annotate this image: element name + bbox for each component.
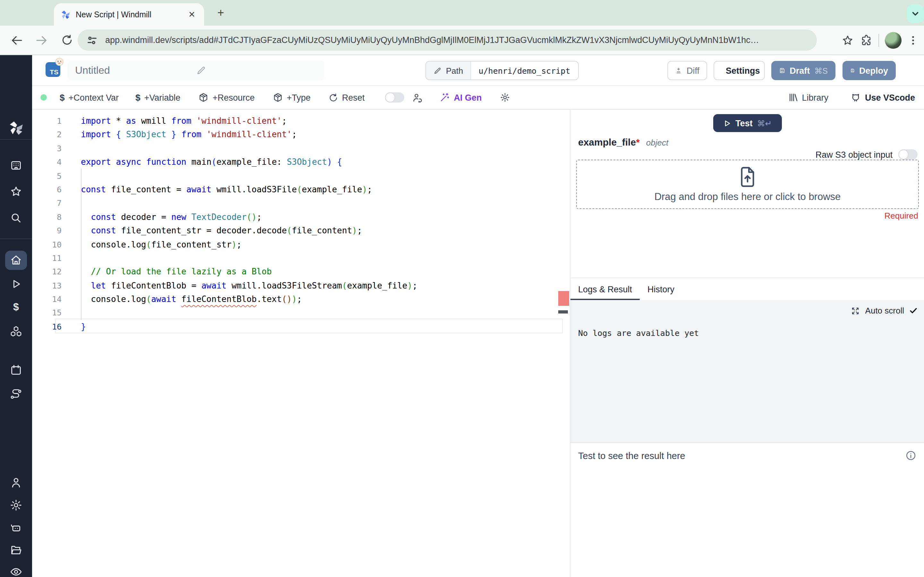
search-icon[interactable] <box>0 211 32 224</box>
calendar-icon[interactable] <box>0 364 32 376</box>
auto-scroll-label: Auto scroll <box>865 306 904 316</box>
code-line[interactable]: 3 <box>32 142 570 155</box>
gear-icon[interactable] <box>500 92 510 103</box>
url-bar[interactable]: app.windmill.dev/scripts/add#JTdCJTIyaGF… <box>78 29 817 51</box>
script-title-value: Untitled <box>75 65 196 76</box>
settings-label: Settings <box>726 66 760 75</box>
tab-history[interactable]: History <box>640 278 682 300</box>
code-line[interactable]: 5 <box>32 169 570 183</box>
draft-shortcut: ⌘S <box>814 66 828 75</box>
code-line[interactable]: 2import { S3Object } from 'windmill-clie… <box>32 128 570 142</box>
reload-icon[interactable] <box>58 32 75 48</box>
code-line[interactable]: 1import * as wmill from 'windmill-client… <box>32 114 570 128</box>
code-line[interactable]: 6const file_content = await wmill.loadS3… <box>32 183 570 197</box>
line-number: 12 <box>32 265 61 279</box>
library-button[interactable]: Library <box>788 92 829 103</box>
line-number: 16 <box>32 320 61 334</box>
eye-icon[interactable] <box>0 566 32 577</box>
windmill-favicon <box>60 9 71 19</box>
sidebar: $ <box>0 55 32 577</box>
code-line[interactable]: 7 <box>32 197 570 210</box>
user-icon[interactable] <box>0 476 32 489</box>
code-line[interactable]: 16} <box>32 320 570 334</box>
use-vscode-label: Use VScode <box>865 93 915 102</box>
use-vscode-button[interactable]: Use VScode <box>850 92 915 103</box>
code-line[interactable]: 10 console.log(file_content_str); <box>32 237 570 251</box>
raw-s3-toggle[interactable] <box>898 149 918 160</box>
browser-tabstrip: New Script | Windmill ✕ + <box>0 0 924 26</box>
tab-logs-result[interactable]: Logs & Result <box>570 278 640 300</box>
result-placeholder: Test to see the result here <box>578 451 685 461</box>
test-button[interactable]: Test ⌘↵ <box>713 114 782 132</box>
gear-icon[interactable] <box>0 499 32 512</box>
close-tab-icon[interactable]: ✕ <box>186 9 198 20</box>
cubes-icon[interactable] <box>0 325 32 338</box>
script-title-input[interactable]: Untitled <box>67 60 324 81</box>
path-button[interactable]: Path u/henri/demo_script <box>425 61 579 80</box>
windmill-logo[interactable] <box>0 120 32 135</box>
forward-icon[interactable] <box>33 32 50 48</box>
star-icon[interactable] <box>0 185 32 198</box>
add-type-button[interactable]: +Type <box>273 92 310 103</box>
result-area: Test to see the result here <box>570 442 924 577</box>
diff-mode-toggle[interactable] <box>385 92 405 103</box>
code-line[interactable]: 15 <box>32 306 570 320</box>
auto-scroll-control[interactable]: Auto scroll <box>851 306 918 316</box>
dollar-icon[interactable]: $ <box>0 301 32 313</box>
arg-type: object <box>646 138 668 147</box>
settings-button[interactable]: Settings <box>714 61 765 80</box>
reset-button[interactable]: Reset <box>328 93 365 102</box>
add-context-var-button[interactable]: $ +Context Var <box>60 92 119 103</box>
emoji-badge-icon <box>55 58 63 66</box>
ai-gen-button[interactable]: AI Gen <box>440 92 482 103</box>
code-line[interactable]: 4export async function main(example_file… <box>32 155 570 169</box>
profile-avatar[interactable] <box>885 32 901 48</box>
line-number: 3 <box>32 142 61 155</box>
code-line[interactable]: 14 console.log(await fileContentBlob.tex… <box>32 292 570 306</box>
reset-label: Reset <box>342 93 365 102</box>
required-star: * <box>636 137 640 147</box>
new-tab-button[interactable]: + <box>214 6 228 20</box>
tune-icon[interactable] <box>87 35 97 45</box>
code-line[interactable]: 11 <box>32 251 570 265</box>
code-editor[interactable]: 1import * as wmill from 'windmill-client… <box>32 110 570 577</box>
folder-icon[interactable] <box>0 544 32 556</box>
browser-tab[interactable]: New Script | Windmill ✕ <box>54 3 204 26</box>
bookmark-star-icon[interactable] <box>841 34 854 47</box>
building-icon[interactable] <box>0 159 32 172</box>
code-line[interactable]: 8 const decoder = new TextDecoder(); <box>32 210 570 224</box>
deploy-button[interactable]: Deploy <box>843 61 896 80</box>
sidebar-divider <box>0 139 32 140</box>
back-icon[interactable] <box>8 32 25 48</box>
diff-button[interactable]: Diff <box>667 61 707 80</box>
github-cat-icon <box>850 92 861 103</box>
overview-error-marker <box>558 291 569 306</box>
save-icon <box>779 66 785 75</box>
draft-label: Draft <box>790 66 810 75</box>
code-line[interactable]: 12 // Or load the file lazily as a Blob <box>32 265 570 279</box>
home-icon[interactable] <box>0 254 32 267</box>
info-icon[interactable] <box>905 450 916 461</box>
user-refresh-icon[interactable] <box>412 92 423 103</box>
deploy-label: Deploy <box>859 66 888 75</box>
draft-button[interactable]: Draft ⌘S <box>771 61 835 80</box>
script-header: TS Untitled <box>32 55 924 86</box>
library-icon <box>788 92 798 103</box>
add-resource-button[interactable]: +Resource <box>198 92 254 103</box>
pencil-icon[interactable] <box>196 65 317 76</box>
code-line[interactable]: 13 let fileContentBlob = await wmill.loa… <box>32 279 570 292</box>
file-dropzone[interactable]: Drag and drop files here or click to bro… <box>576 160 919 209</box>
code-line[interactable]: 9 const file_content_str = decoder.decod… <box>32 224 570 237</box>
robot-icon[interactable] <box>0 521 32 534</box>
save-icon <box>850 66 855 75</box>
extensions-icon[interactable] <box>860 34 873 47</box>
tab-search-chevron-icon[interactable] <box>907 5 924 23</box>
add-variable-button[interactable]: $ +Variable <box>136 92 180 103</box>
argument-header: example_file* object <box>578 137 668 147</box>
play-icon[interactable] <box>0 277 32 290</box>
menu-dots-icon[interactable] <box>907 34 919 46</box>
route-icon[interactable] <box>0 388 32 401</box>
path-value: u/henri/demo_script <box>471 61 578 79</box>
play-icon <box>722 119 731 127</box>
line-number: 15 <box>32 306 61 320</box>
